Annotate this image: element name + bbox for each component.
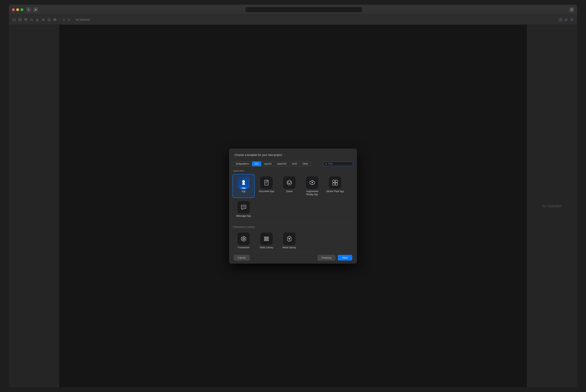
modal-footer: Cancel Previous Next (229, 252, 357, 264)
svg-rect-43 (335, 180, 338, 182)
minimize-button[interactable] (16, 8, 19, 11)
footer-right: Previous Next (318, 255, 352, 260)
svg-point-47 (243, 206, 244, 207)
run-button[interactable] (26, 7, 31, 12)
metal-library-icon (283, 232, 296, 245)
sticker-pack-label: Sticker Pack App (326, 190, 344, 193)
document-app-icon (260, 176, 273, 189)
app-label: App (241, 190, 246, 193)
new-project-modal: Choose a template for your new project: … (229, 148, 357, 264)
svg-point-48 (244, 206, 245, 207)
app-badge: App (241, 187, 247, 189)
svg-rect-42 (333, 180, 335, 182)
title-bar-right (569, 7, 574, 12)
svg-rect-21 (55, 20, 56, 21)
title-center (38, 7, 569, 12)
template-metal-library[interactable]: Metal Library (279, 231, 300, 251)
template-sticker-pack[interactable]: Sticker Pack App (324, 174, 346, 198)
template-game[interactable]: Game (279, 174, 300, 198)
filter-container[interactable]: ⊙ (323, 162, 353, 166)
folder-icon[interactable] (12, 18, 16, 22)
tabs-row: Multiplatform iOS macOS watchOS tvOS Oth… (229, 160, 357, 166)
template-document-app[interactable]: Document App (256, 174, 277, 198)
template-static-library[interactable]: Static Library (256, 231, 277, 251)
static-library-label: Static Library (260, 246, 273, 249)
app-icon: App (237, 176, 250, 189)
warning-icon[interactable] (35, 18, 40, 22)
framework-grid: Framework (233, 231, 353, 251)
title-bar (9, 5, 577, 15)
close-button[interactable] (12, 8, 15, 11)
section-application-title: Application (233, 169, 353, 172)
modal-title: Choose a template for your new project: (235, 154, 283, 156)
sticker-pack-icon (329, 176, 341, 189)
template-app[interactable]: App App (233, 174, 254, 198)
svg-rect-1 (35, 9, 37, 10)
filter-icon: ⊙ (325, 162, 327, 165)
toolbar-right (558, 18, 574, 22)
svg-point-51 (243, 238, 244, 240)
tab-macos[interactable]: macOS (261, 162, 274, 166)
nav-back-icon[interactable] (62, 18, 66, 22)
next-button[interactable]: Next (338, 255, 352, 260)
build-icon[interactable] (41, 18, 45, 22)
svg-rect-9 (26, 18, 27, 20)
cancel-button[interactable]: Cancel (234, 255, 250, 260)
svg-rect-54 (264, 240, 269, 241)
stop-button[interactable] (33, 7, 38, 12)
framework-label: Framework (238, 246, 249, 249)
svg-line-12 (32, 20, 33, 21)
modal-header: Choose a template for your new project: (229, 148, 357, 160)
add-icon[interactable] (18, 18, 22, 22)
inspector-toggle-icon[interactable] (558, 18, 562, 22)
static-library-icon (260, 232, 273, 245)
library-button[interactable] (569, 7, 574, 12)
filter-input[interactable] (328, 162, 351, 165)
device-icon[interactable] (47, 18, 51, 22)
toolbar-separator-1 (59, 18, 60, 22)
game-icon (283, 176, 296, 189)
previous-button[interactable]: Previous (318, 255, 336, 260)
metal-library-label: Metal Library (283, 246, 296, 249)
inspector-no-selection: No Selection (542, 204, 562, 208)
svg-rect-30 (265, 180, 268, 185)
main-area: Choose a template for your new project: … (9, 25, 577, 387)
template-framework[interactable]: Framework (233, 231, 254, 251)
traffic-lights (12, 8, 23, 11)
template-ar-app[interactable]: Augmented Reality App (302, 174, 323, 198)
tab-tvos[interactable]: tvOS (289, 162, 300, 166)
info-icon-2[interactable] (570, 18, 574, 22)
svg-rect-20 (55, 19, 56, 20)
svg-rect-53 (264, 238, 269, 239)
svg-rect-52 (264, 237, 269, 238)
modal-overlay: Choose a template for your new project: … (59, 25, 527, 387)
tab-other[interactable]: Other (300, 162, 311, 166)
svg-marker-0 (28, 9, 30, 11)
template-imessage-app[interactable]: iMessage App (233, 199, 254, 219)
imessage-app-label: iMessage App (236, 214, 251, 218)
title-bar-controls (26, 7, 38, 12)
tab-multiplatform[interactable]: Multiplatform (233, 162, 252, 166)
svg-point-46 (242, 206, 243, 207)
info-icon-1[interactable] (564, 18, 568, 22)
game-label: Game (286, 190, 293, 193)
svg-point-41 (312, 182, 313, 183)
svg-rect-44 (333, 183, 335, 185)
svg-marker-50 (242, 238, 245, 240)
maximize-button[interactable] (21, 8, 23, 11)
svg-point-34 (287, 180, 292, 185)
tab-watchos[interactable]: watchOS (274, 162, 289, 166)
content-area: Choose a template for your new project: … (59, 25, 527, 387)
template-content: Application App App (229, 166, 357, 252)
ar-app-icon (306, 176, 318, 189)
tab-ios[interactable]: iOS (252, 162, 261, 166)
svg-rect-8 (25, 18, 26, 20)
ar-app-label: Augmented Reality App (303, 190, 321, 196)
svg-marker-49 (241, 236, 246, 241)
search-toolbar-icon[interactable] (30, 18, 34, 22)
layout-icon[interactable] (53, 18, 57, 22)
hierarchy-icon[interactable] (24, 18, 28, 22)
nav-forward-icon[interactable] (67, 18, 71, 22)
svg-point-16 (43, 19, 44, 20)
svg-point-26 (566, 19, 566, 19)
